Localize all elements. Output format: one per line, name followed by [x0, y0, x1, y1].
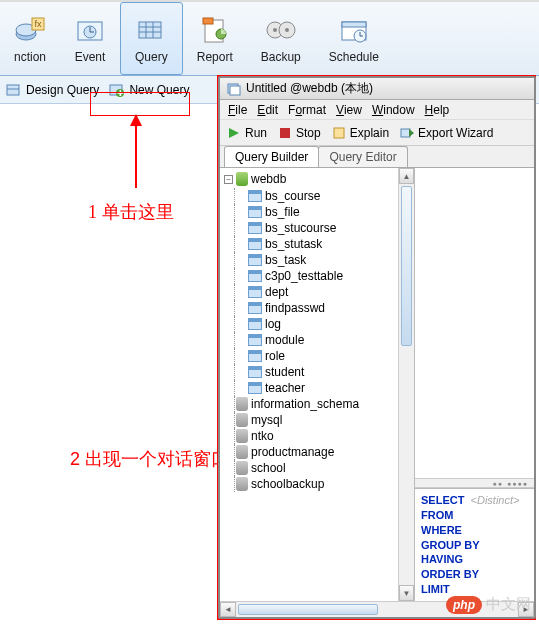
stop-icon — [277, 125, 293, 141]
vertical-scrollbar[interactable]: ▲ ▼ — [398, 168, 414, 601]
event-icon — [74, 14, 106, 46]
explain-icon — [331, 125, 347, 141]
sql-distinct: <Distinct> — [471, 494, 520, 506]
tree-database-item[interactable]: productmanage — [224, 444, 412, 460]
svg-rect-8 — [139, 22, 161, 38]
query-canvas[interactable] — [415, 168, 534, 478]
scroll-thumb[interactable] — [401, 186, 412, 346]
window-icon — [226, 81, 242, 97]
sql-orderby: ORDER BY — [421, 567, 528, 582]
tree-item-label: bs_stucourse — [265, 221, 336, 235]
toolbar-label: Backup — [261, 50, 301, 64]
toolbar-event-button[interactable]: Event — [60, 2, 120, 75]
table-icon — [248, 366, 262, 378]
table-icon — [248, 238, 262, 250]
design-query-button[interactable]: Design Query — [6, 82, 99, 98]
tree-table-item[interactable]: bs_file — [224, 204, 412, 220]
export-icon — [399, 125, 415, 141]
svg-point-17 — [273, 28, 277, 32]
menu-format[interactable]: Format — [288, 103, 326, 117]
toolbar-query-button[interactable]: Query — [120, 2, 183, 75]
table-icon — [248, 254, 262, 266]
database-icon — [236, 445, 248, 459]
svg-marker-36 — [409, 129, 414, 137]
toolbar-label: Query — [135, 50, 168, 64]
collapse-icon[interactable]: − — [224, 175, 233, 184]
toolbar-backup-button[interactable]: Backup — [247, 2, 315, 75]
tree-table-item[interactable]: bs_task — [224, 252, 412, 268]
tree-item-label: role — [265, 349, 285, 363]
svg-rect-35 — [401, 129, 410, 137]
tree-database-item[interactable]: information_schema — [224, 396, 412, 412]
svg-rect-34 — [334, 128, 344, 138]
table-icon — [248, 190, 262, 202]
watermark-text: 中文网 — [486, 595, 531, 614]
dialog-titlebar[interactable]: Untitled @webdb (本地) — [220, 78, 534, 100]
database-icon — [236, 397, 248, 411]
toolbar-label: Schedule — [329, 50, 379, 64]
scroll-up-button[interactable]: ▲ — [399, 168, 414, 184]
tree-table-item[interactable]: log — [224, 316, 412, 332]
svg-text:fx: fx — [35, 19, 43, 29]
svg-rect-25 — [7, 85, 19, 95]
dialog-title-text: Untitled @webdb (本地) — [246, 80, 373, 97]
table-icon — [248, 382, 262, 394]
scroll-thumb-h[interactable] — [238, 604, 378, 615]
menu-edit[interactable]: Edit — [257, 103, 278, 117]
database-icon — [236, 413, 248, 427]
new-query-button[interactable]: ✚ New Query — [109, 82, 189, 98]
right-panel: ●●●●●● SELECT <Distinct> FROM WHERE GROU… — [415, 168, 534, 601]
menu-help[interactable]: Help — [425, 103, 450, 117]
tree-table-item[interactable]: bs_stucourse — [224, 220, 412, 236]
menu-file[interactable]: File — [228, 103, 247, 117]
table-icon — [248, 302, 262, 314]
tab-query-editor[interactable]: Query Editor — [318, 146, 407, 167]
tree-table-item[interactable]: bs_stutask — [224, 236, 412, 252]
tree-table-item[interactable]: c3p0_testtable — [224, 268, 412, 284]
schedule-icon — [338, 14, 370, 46]
tree-database-item[interactable]: ntko — [224, 428, 412, 444]
run-button[interactable]: Run — [226, 125, 267, 141]
tree-item-label: teacher — [265, 381, 305, 395]
sql-where: WHERE — [421, 523, 528, 538]
tree-table-item[interactable]: role — [224, 348, 412, 364]
splitter[interactable]: ●●●●●● — [415, 478, 534, 488]
query-dialog: Untitled @webdb (本地) File Edit Format Vi… — [218, 76, 536, 619]
scroll-left-button[interactable]: ◄ — [220, 602, 236, 617]
tree-table-item[interactable]: module — [224, 332, 412, 348]
menu-window[interactable]: Window — [372, 103, 415, 117]
tree-table-item[interactable]: findpasswd — [224, 300, 412, 316]
svg-rect-21 — [342, 22, 366, 27]
tree-database-item[interactable]: mysql — [224, 412, 412, 428]
svg-rect-31 — [230, 86, 240, 95]
backup-icon — [265, 14, 297, 46]
tree-table-item[interactable]: bs_course — [224, 188, 412, 204]
tree-table-item[interactable]: student — [224, 364, 412, 380]
tree-database-item[interactable]: schoolbackup — [224, 476, 412, 492]
svg-rect-14 — [203, 18, 213, 24]
query-icon — [135, 14, 167, 46]
new-query-icon: ✚ — [109, 82, 125, 98]
tab-query-builder[interactable]: Query Builder — [224, 146, 319, 167]
tree-root-item[interactable]: − webdb — [224, 172, 412, 186]
menu-view[interactable]: View — [336, 103, 362, 117]
dialog-tabs: Query Builder Query Editor — [220, 146, 534, 168]
dialog-content: − webdb bs_coursebs_filebs_stucoursebs_s… — [220, 168, 534, 601]
svg-text:✚: ✚ — [117, 89, 124, 98]
toolbar-label: Report — [197, 50, 233, 64]
tree-database-item[interactable]: school — [224, 460, 412, 476]
tree-item-label: bs_file — [265, 205, 300, 219]
tree-panel[interactable]: − webdb bs_coursebs_filebs_stucoursebs_s… — [220, 168, 415, 601]
explain-button[interactable]: Explain — [331, 125, 389, 141]
tree-table-item[interactable]: teacher — [224, 380, 412, 396]
toolbar-schedule-button[interactable]: Schedule — [315, 2, 393, 75]
scroll-down-button[interactable]: ▼ — [399, 585, 414, 601]
toolbar-function-button[interactable]: fx nction — [0, 2, 60, 75]
tree-table-item[interactable]: dept — [224, 284, 412, 300]
database-icon — [236, 429, 248, 443]
toolbar-report-button[interactable]: Report — [183, 2, 247, 75]
export-wizard-button[interactable]: Export Wizard — [399, 125, 493, 141]
svg-rect-33 — [280, 128, 290, 138]
stop-button[interactable]: Stop — [277, 125, 321, 141]
table-icon — [248, 334, 262, 346]
